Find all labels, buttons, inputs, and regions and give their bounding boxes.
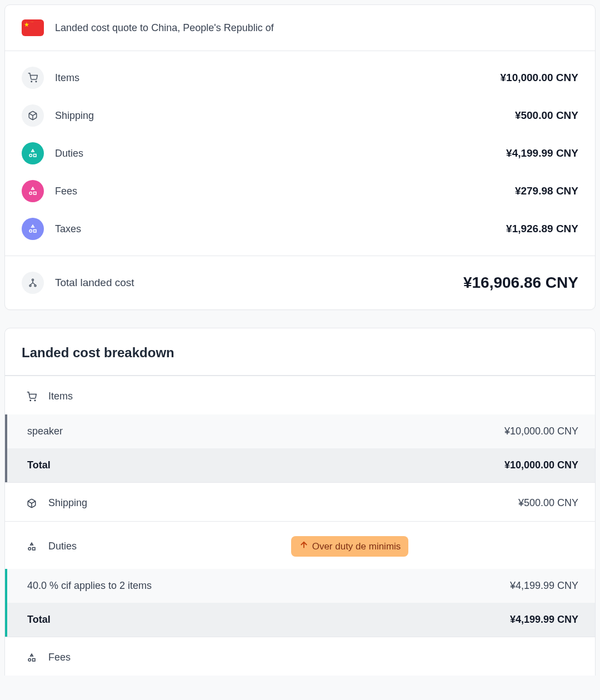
total-label: Total landed cost: [55, 277, 134, 289]
summary-row-duties: Duties ¥4,199.99 CNY: [5, 134, 595, 172]
de-minimis-badge: Over duty de minimis: [291, 536, 409, 557]
quote-title: Landed cost quote to China, People's Rep…: [55, 22, 274, 34]
svg-rect-24: [33, 658, 36, 661]
section-head-shipping: Shipping ¥500.00 CNY: [5, 482, 595, 521]
quote-header: Landed cost quote to China, People's Rep…: [5, 5, 595, 51]
svg-rect-11: [34, 230, 37, 233]
svg-marker-18: [31, 543, 33, 545]
section-head-duties: Duties Over duty de minimis: [5, 521, 595, 569]
arrow-up-icon: [299, 540, 309, 553]
svg-point-16: [34, 400, 36, 401]
svg-marker-9: [32, 225, 34, 227]
svg-point-0: [31, 81, 32, 82]
cart-icon: [22, 67, 44, 89]
section-head-fees: Fees: [5, 637, 595, 676]
section-heading: Shipping: [48, 497, 87, 509]
line-item-label: speaker: [27, 426, 63, 437]
line-item-value: ¥10,000.00 CNY: [504, 459, 578, 471]
svg-point-7: [29, 192, 32, 195]
summary-list: Items ¥10,000.00 CNY Shipping ¥500.00 CN…: [5, 51, 595, 256]
shapes-icon: [26, 541, 37, 552]
quote-summary-card: Landed cost quote to China, People's Rep…: [4, 4, 596, 310]
svg-point-23: [28, 658, 31, 661]
svg-marker-3: [32, 149, 34, 152]
section-heading: Fees: [48, 652, 71, 663]
svg-point-10: [29, 230, 32, 233]
line-item-label: Total: [27, 614, 51, 626]
line-item-label: 40.0 % cif applies to 2 items: [27, 580, 152, 592]
summary-label: Shipping: [55, 110, 94, 122]
section-heading: Items: [48, 391, 73, 402]
svg-point-15: [30, 400, 31, 401]
line-item-total: Total ¥4,199.99 CNY: [5, 603, 595, 637]
china-flag-icon: [22, 19, 44, 36]
svg-point-1: [36, 81, 37, 82]
line-item: 40.0 % cif applies to 2 items ¥4,199.99 …: [5, 569, 595, 603]
line-item-total: Total ¥10,000.00 CNY: [5, 448, 595, 482]
summary-value: ¥10,000.00 CNY: [501, 72, 579, 84]
hierarchy-icon: [22, 272, 44, 294]
section-heading: Duties: [48, 541, 77, 552]
shapes-icon: [22, 142, 44, 164]
package-icon: [26, 498, 37, 509]
summary-label: Fees: [55, 186, 77, 197]
line-item-value: ¥4,199.99 CNY: [510, 614, 578, 626]
shapes-icon: [22, 180, 44, 202]
line-item: speaker ¥10,000.00 CNY: [5, 414, 595, 448]
line-item-value: ¥10,000.00 CNY: [504, 426, 578, 437]
svg-point-19: [28, 547, 31, 550]
summary-label: Duties: [55, 148, 83, 159]
summary-value: ¥500.00 CNY: [515, 109, 578, 122]
summary-total-row: Total landed cost ¥16,906.86 CNY: [5, 256, 595, 309]
summary-value: ¥1,926.89 CNY: [506, 223, 578, 235]
summary-row-fees: Fees ¥279.98 CNY: [5, 172, 595, 210]
svg-point-13: [29, 285, 31, 287]
summary-row-taxes: Taxes ¥1,926.89 CNY: [5, 210, 595, 248]
svg-point-4: [29, 154, 32, 157]
line-item-value: ¥4,199.99 CNY: [510, 580, 578, 592]
summary-value: ¥279.98 CNY: [515, 185, 578, 197]
shapes-icon: [26, 652, 37, 663]
summary-label: Items: [55, 72, 79, 84]
breakdown-card: Landed cost breakdown Items speaker ¥10,…: [4, 328, 596, 676]
summary-label: Taxes: [55, 223, 81, 235]
svg-marker-22: [31, 654, 33, 656]
badge-text: Over duty de minimis: [312, 541, 401, 552]
line-item-label: Total: [27, 459, 51, 471]
package-icon: [22, 104, 44, 127]
svg-marker-6: [32, 187, 34, 189]
svg-rect-5: [34, 154, 37, 157]
section-head-items: Items: [5, 376, 595, 414]
total-value: ¥16,906.86 CNY: [463, 274, 578, 292]
cart-icon: [26, 391, 37, 402]
summary-row-shipping: Shipping ¥500.00 CNY: [5, 97, 595, 134]
svg-point-14: [34, 285, 36, 287]
shapes-icon: [22, 218, 44, 240]
summary-row-items: Items ¥10,000.00 CNY: [5, 59, 595, 97]
summary-value: ¥4,199.99 CNY: [506, 147, 578, 159]
svg-rect-8: [34, 192, 37, 195]
svg-point-12: [32, 279, 34, 281]
breakdown-title: Landed cost breakdown: [5, 328, 595, 376]
section-value: ¥500.00 CNY: [518, 497, 578, 509]
svg-rect-20: [33, 547, 36, 550]
